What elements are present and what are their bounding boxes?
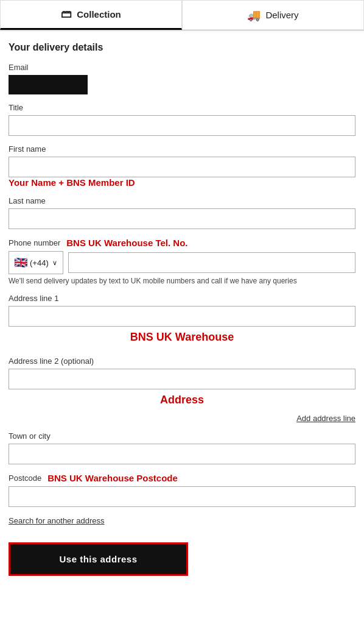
phone-number-input[interactable]	[68, 252, 355, 273]
tab-collection-label: Collection	[77, 9, 121, 20]
postcode-group: Postcode BNS UK Warehouse Postcode	[9, 473, 355, 507]
search-address-link[interactable]: Search for another address	[9, 516, 105, 525]
last-name-input[interactable]	[9, 208, 355, 229]
first-name-hint: Your Name + BNS Member ID	[9, 177, 355, 188]
phone-label-row: Phone number BNS UK Warehouse Tel. No.	[9, 238, 355, 248]
address1-group: Address line 1 BNS UK Warehouse	[9, 294, 355, 348]
title-input[interactable]	[9, 115, 355, 136]
phone-sms-note: We'll send delivery updates by text to U…	[9, 277, 355, 285]
title-group: Title	[9, 103, 355, 136]
postcode-input[interactable]	[9, 486, 355, 507]
tab-delivery-label: Delivery	[265, 10, 298, 20]
form-content: Your delivery details Email Title First …	[0, 31, 364, 587]
phone-country-selector[interactable]: 🇬🇧 (+44) ∨	[9, 251, 63, 274]
last-name-group: Last name	[9, 196, 355, 229]
search-address-group: Search for another address	[9, 516, 355, 534]
address2-hint-red: Address	[9, 389, 355, 411]
delivery-icon: 🚚	[247, 9, 261, 22]
address1-label: Address line 1	[9, 294, 355, 303]
email-label: Email	[9, 63, 355, 72]
flag-icon: 🇬🇧	[14, 256, 27, 269]
town-input[interactable]	[9, 444, 355, 464]
section-title: Your delivery details	[9, 42, 355, 53]
postcode-label-row: Postcode BNS UK Warehouse Postcode	[9, 473, 355, 483]
tab-delivery[interactable]: 🚚 Delivery	[182, 0, 364, 30]
phone-label: Phone number	[9, 238, 60, 247]
first-name-label: First name	[9, 144, 355, 154]
add-address-line-link[interactable]: Add address line	[9, 414, 355, 423]
phone-group: Phone number BNS UK Warehouse Tel. No. 🇬…	[9, 238, 355, 285]
tab-collection[interactable]: 🗃 Collection	[0, 0, 182, 30]
use-address-button[interactable]: Use this address	[9, 542, 188, 576]
first-name-input[interactable]	[9, 157, 355, 177]
last-name-label: Last name	[9, 196, 355, 205]
address2-input[interactable]	[9, 369, 355, 389]
first-name-group: First name Your Name + BNS Member ID	[9, 144, 355, 188]
email-group: Email	[9, 63, 355, 94]
phone-country-code: (+44)	[30, 258, 49, 268]
town-group: Town or city	[9, 431, 355, 464]
address2-label: Address line 2 (optional)	[9, 356, 355, 366]
phone-row: 🇬🇧 (+44) ∨	[9, 251, 355, 274]
address2-group: Address line 2 (optional) Address Add ad…	[9, 356, 355, 422]
phone-hint-red: BNS UK Warehouse Tel. No.	[66, 238, 187, 248]
address1-input[interactable]	[9, 306, 355, 327]
postcode-label: Postcode	[9, 473, 41, 483]
collection-icon: 🗃	[61, 8, 72, 21]
email-filled-value	[9, 75, 88, 94]
postcode-hint-red: BNS UK Warehouse Postcode	[47, 473, 178, 483]
tab-bar: 🗃 Collection 🚚 Delivery	[0, 0, 364, 31]
address1-hint-red: BNS UK Warehouse	[9, 327, 355, 348]
town-label: Town or city	[9, 431, 355, 441]
title-label: Title	[9, 103, 355, 112]
chevron-down-icon: ∨	[52, 259, 57, 267]
